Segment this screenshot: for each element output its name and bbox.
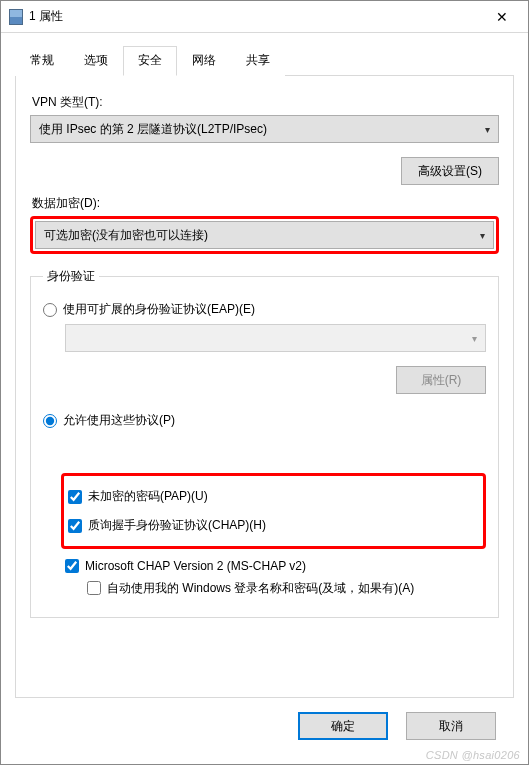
eap-method-select: ▾ <box>65 324 486 352</box>
checkbox-chap[interactable] <box>68 519 82 533</box>
radio-protocols-row[interactable]: 允许使用这些协议(P) <box>43 412 486 429</box>
tab-page-security: VPN 类型(T): 使用 IPsec 的第 2 层隧道协议(L2TP/IPse… <box>15 76 514 698</box>
dialog-footer: 确定 取消 <box>15 698 514 754</box>
data-encryption-value: 可选加密(没有加密也可以连接) <box>44 227 208 244</box>
titlebar: 1 属性 ✕ <box>1 1 528 33</box>
radio-protocols-label: 允许使用这些协议(P) <box>63 412 175 429</box>
highlight-encryption: 可选加密(没有加密也可以连接) ▾ <box>30 216 499 254</box>
checkbox-pap-label: 未加密的密码(PAP)(U) <box>88 488 208 505</box>
close-button[interactable]: ✕ <box>480 2 524 32</box>
checkbox-mschap[interactable] <box>65 559 79 573</box>
ok-button[interactable]: 确定 <box>298 712 388 740</box>
checkbox-mschap-auto-row[interactable]: 自动使用我的 Windows 登录名称和密码(及域，如果有)(A) <box>87 579 486 597</box>
advanced-settings-button[interactable]: 高级设置(S) <box>401 157 499 185</box>
vpn-type-value: 使用 IPsec 的第 2 层隧道协议(L2TP/IPsec) <box>39 121 267 138</box>
checkbox-pap[interactable] <box>68 490 82 504</box>
checkbox-pap-row[interactable]: 未加密的密码(PAP)(U) <box>68 488 477 505</box>
checkbox-mschap-auto-label: 自动使用我的 Windows 登录名称和密码(及域，如果有)(A) <box>107 579 414 597</box>
app-icon <box>9 9 23 25</box>
tab-general[interactable]: 常规 <box>15 46 69 76</box>
chevron-down-icon: ▾ <box>485 124 490 135</box>
data-encryption-select[interactable]: 可选加密(没有加密也可以连接) ▾ <box>35 221 494 249</box>
highlight-pap-chap: 未加密的密码(PAP)(U) 质询握手身份验证协议(CHAP)(H) <box>61 473 486 549</box>
eap-properties-button: 属性(R) <box>396 366 486 394</box>
radio-eap-label: 使用可扩展的身份验证协议(EAP)(E) <box>63 301 255 318</box>
client-area: 常规 选项 安全 网络 共享 VPN 类型(T): 使用 IPsec 的第 2 … <box>1 33 528 764</box>
authentication-group: 身份验证 使用可扩展的身份验证协议(EAP)(E) ▾ 属性(R) 允许使用这些… <box>30 268 499 618</box>
checkbox-mschap-auto[interactable] <box>87 581 101 595</box>
radio-eap[interactable] <box>43 303 57 317</box>
window-title: 1 属性 <box>29 8 480 25</box>
eap-properties-row: 属性(R) <box>43 366 486 394</box>
vpn-type-select[interactable]: 使用 IPsec 的第 2 层隧道协议(L2TP/IPsec) ▾ <box>30 115 499 143</box>
advanced-row: 高级设置(S) <box>30 157 499 185</box>
checkbox-mschap-label: Microsoft CHAP Version 2 (MS-CHAP v2) <box>85 559 306 573</box>
checkbox-chap-row[interactable]: 质询握手身份验证协议(CHAP)(H) <box>68 517 477 534</box>
checkbox-mschap-row[interactable]: Microsoft CHAP Version 2 (MS-CHAP v2) <box>65 559 486 573</box>
vpn-type-label: VPN 类型(T): <box>32 94 499 111</box>
radio-protocols[interactable] <box>43 414 57 428</box>
tabs-strip: 常规 选项 安全 网络 共享 <box>15 45 514 76</box>
tab-sharing[interactable]: 共享 <box>231 46 285 76</box>
chevron-down-icon: ▾ <box>480 230 485 241</box>
tab-network[interactable]: 网络 <box>177 46 231 76</box>
cancel-button[interactable]: 取消 <box>406 712 496 740</box>
chevron-down-icon: ▾ <box>472 333 477 344</box>
checkbox-chap-label: 质询握手身份验证协议(CHAP)(H) <box>88 517 266 534</box>
close-icon: ✕ <box>496 9 508 25</box>
authentication-legend: 身份验证 <box>43 268 99 285</box>
tab-security[interactable]: 安全 <box>123 46 177 76</box>
data-encryption-label: 数据加密(D): <box>32 195 499 212</box>
watermark: CSDN @hsai0206 <box>426 749 520 761</box>
properties-dialog: 1 属性 ✕ 常规 选项 安全 网络 共享 VPN 类型(T): 使用 IPse… <box>0 0 529 765</box>
tab-options[interactable]: 选项 <box>69 46 123 76</box>
radio-eap-row[interactable]: 使用可扩展的身份验证协议(EAP)(E) <box>43 301 486 318</box>
